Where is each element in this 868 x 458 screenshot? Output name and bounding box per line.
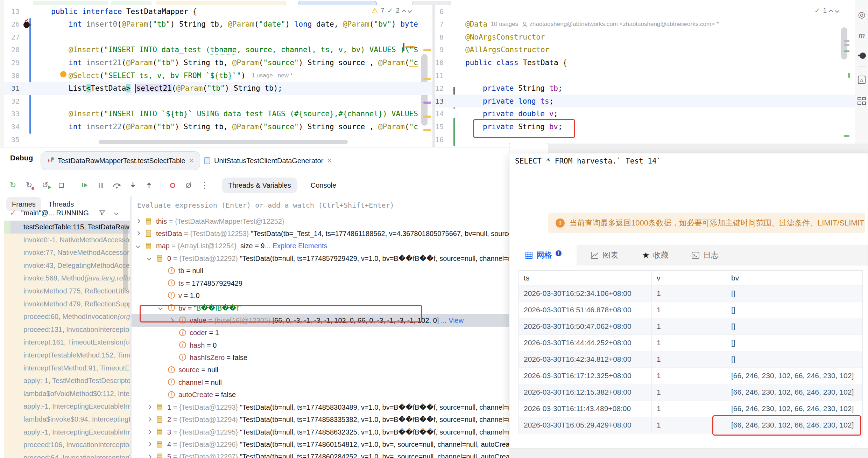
table-row[interactable]: 2026-03-30T16:42:34.812+08:001[] — [519, 351, 862, 368]
cell-bv[interactable]: [] — [726, 285, 862, 301]
cell-bv[interactable]: [] — [726, 302, 862, 318]
cell-bv[interactable]: [] — [726, 351, 862, 367]
frame-row[interactable]: invoke0:-1, NativeMethodAccessorI — [4, 234, 130, 247]
variable-row[interactable]: 1 = {TestData@12293} "TestData(tb=null, … — [132, 401, 509, 414]
sql-query-text[interactable]: SELECT * FROM harvesta.`_Test_14` — [515, 157, 661, 165]
variable-row[interactable]: fhashIsZero = false — [132, 351, 509, 364]
expand-icon[interactable] — [147, 405, 151, 409]
cell-bv[interactable]: [66, 246, 230, 102, 66, 246, 230, 102] — [726, 401, 862, 417]
variable-row[interactable]: map = {ArrayList@12254} size = 9... Expl… — [132, 240, 509, 252]
sql-panel-tab[interactable] — [509, 143, 548, 153]
table-row[interactable]: 2026-03-30T16:50:47.062+08:001[] — [519, 318, 862, 335]
rerun-button[interactable]: ↻ — [8, 181, 17, 190]
tab-threads-variables[interactable]: Threads & Variables — [222, 178, 297, 193]
variable-row[interactable]: fcoder = 1 — [132, 327, 509, 339]
table-row[interactable]: 2026-03-30T16:44:44.252+08:001[] — [519, 335, 862, 351]
table-header[interactable]: tsvbv — [519, 271, 862, 285]
variable-row[interactable]: fvalue = {byte[16]@12305} [66, 0, -3, -1… — [132, 314, 509, 327]
variable-row[interactable]: 4 = {TestData@12296} "TestData(tb=null, … — [132, 438, 509, 451]
frame-row[interactable]: invoke:77, NativeMethodAccessorIm — [4, 246, 130, 259]
variable-row[interactable]: 5 = {TestData@12297} "TestData(tb=null, … — [132, 451, 509, 458]
collapse-icon[interactable] — [147, 256, 151, 261]
frame-row[interactable]: proceed:64, InvocationInterceptorC — [4, 451, 130, 458]
thread-selector[interactable]: ✓ "main"@... RUNNING — [4, 206, 130, 220]
frame-row[interactable]: apply:-1, InterceptingExecutableInv — [4, 426, 130, 439]
table-row[interactable]: 2026-03-30T16:11:43.489+08:001[66, 246, … — [519, 401, 862, 417]
result-tab-star[interactable]: ★收藏 — [633, 245, 678, 265]
show-execution-point-button[interactable] — [80, 181, 89, 190]
cell-v[interactable]: 1 — [652, 351, 726, 367]
cell-ts[interactable]: 2026-03-30T16:51:46.878+08:00 — [519, 302, 652, 318]
table-row[interactable]: 2026-03-30T16:51:46.878+08:001[] — [519, 302, 862, 318]
variable-row[interactable]: fbv = "B��fB��f" — [132, 302, 509, 314]
cell-ts[interactable]: 2026-03-30T16:50:47.062+08:00 — [519, 318, 652, 334]
result-tab-chart[interactable]: 图表 — [581, 245, 627, 265]
cell-ts[interactable]: 2026-03-30T16:05:29.429+08:00 — [519, 417, 652, 433]
frame-row[interactable]: lambda$ofVoidMethod$0:112, Inte — [4, 387, 130, 400]
gradle-icon[interactable] — [855, 51, 868, 60]
editor-split-divider[interactable] — [432, 5, 435, 147]
editor-right[interactable]: ✓1 67@Data 10 usages zhaotaosheng@abtnet… — [435, 5, 855, 147]
tab-console[interactable]: Console — [304, 178, 343, 193]
close-icon[interactable]: ✕ — [327, 157, 332, 165]
filter-icon[interactable] — [99, 209, 106, 216]
cell-ts[interactable]: 2026-03-30T16:11:43.489+08:00 — [519, 401, 652, 417]
step-into-button[interactable] — [128, 181, 137, 190]
expand-icon[interactable] — [147, 417, 151, 422]
frame-row[interactable]: interceptTestMethod:91, TimeoutE — [4, 362, 130, 375]
mute-breakpoints-button[interactable]: Ø — [184, 181, 193, 190]
cell-bv[interactable]: [66, 246, 230, 102, 66, 246, 230, 102] — [726, 417, 862, 433]
result-tab-grid[interactable]: 网格i — [509, 245, 577, 265]
collapse-icon[interactable] — [158, 306, 163, 310]
frame-row[interactable]: lambda$invoke$0:94, InterceptingE — [4, 413, 130, 426]
frame-row[interactable]: proceed:131, InvocationInterceptor — [4, 323, 130, 336]
step-over-button[interactable] — [112, 181, 121, 190]
column-header-bv[interactable]: bv — [726, 271, 862, 285]
variable-row[interactable]: fchannel = null — [132, 376, 509, 389]
structure-icon[interactable] — [855, 96, 868, 106]
frame-row[interactable]: invokeMethod:479, ReflectionSupp — [4, 298, 130, 311]
more-options-button[interactable]: ⋮ — [200, 181, 209, 190]
cell-v[interactable]: 1 — [652, 302, 726, 318]
ai-assistant-icon[interactable]: ◎ — [855, 10, 868, 20]
documentation-icon[interactable]: A — [855, 75, 868, 85]
variable-row[interactable]: 2 = {TestData@12294} "TestData(tb=null, … — [132, 413, 509, 426]
cell-ts[interactable]: 2026-03-30T16:52:34.106+08:00 — [519, 285, 652, 301]
evaluate-expression-input[interactable]: Evaluate expression (Enter) or add a wat… — [132, 196, 509, 214]
variable-row[interactable]: this = {TestDataRawMapperTest@12252} — [132, 215, 509, 228]
cell-ts[interactable]: 2026-03-30T16:17:12.325+08:00 — [519, 368, 652, 384]
rerun-failed-tests-button[interactable]: ↻ — [24, 181, 34, 190]
table-row[interactable]: 2026-03-30T16:12:15.382+08:001[66, 246, … — [519, 384, 862, 401]
cell-v[interactable]: 1 — [652, 417, 726, 433]
pause-button[interactable] — [96, 181, 105, 190]
frame-row[interactable]: testSelectTable:115, TestDataRawM — [4, 221, 130, 234]
frame-row[interactable]: intercept:161, TimeoutExtension (o — [4, 336, 130, 349]
cell-ts[interactable]: 2026-03-30T16:12:15.382+08:00 — [519, 384, 652, 400]
frame-row[interactable]: invoke:568, Method (java.lang.refle — [4, 272, 130, 285]
variable-row[interactable]: 0 = {TestData@12292} "TestData(tb=null, … — [132, 252, 509, 265]
expand-icon[interactable] — [136, 231, 140, 236]
cell-ts[interactable]: 2026-03-30T16:44:44.252+08:00 — [519, 335, 652, 351]
variable-row[interactable]: fts = 1774857929429 — [132, 277, 509, 290]
variable-row[interactable]: 3 = {TestData@12295} "TestData(tb=null, … — [132, 426, 509, 438]
cell-v[interactable]: 1 — [652, 368, 726, 384]
debug-session-tab-1[interactable]: TestDataRawMapperTest.testSelectTable ✕ — [41, 151, 200, 170]
cell-bv[interactable]: [] — [726, 335, 862, 351]
result-tab-log[interactable]: 日志 — [682, 245, 728, 265]
variable-row[interactable]: fsource = null — [132, 364, 509, 376]
variable-row[interactable]: ftb = null — [132, 265, 509, 277]
stop-button[interactable] — [57, 181, 66, 190]
expand-icon[interactable] — [169, 318, 174, 322]
cell-bv[interactable]: [] — [726, 318, 862, 334]
frames-scrollbar[interactable] — [123, 224, 128, 291]
variable-row[interactable]: fautoCreate = false — [132, 389, 509, 401]
frame-row[interactable]: interceptTestableMethod:152, Time — [4, 349, 130, 362]
resume-button[interactable]: ↺ — [41, 181, 50, 190]
expand-icon[interactable] — [136, 219, 140, 223]
frame-row[interactable]: proceed:60, MethodInvocation (org — [4, 310, 130, 323]
variable-row[interactable]: fv = 1.0 — [132, 289, 509, 302]
cell-v[interactable]: 1 — [652, 335, 726, 351]
frame-row[interactable]: invoke:43, DelegatingMethodAcces — [4, 259, 130, 272]
close-icon[interactable]: ✕ — [189, 157, 194, 165]
collapse-icon[interactable] — [136, 244, 140, 248]
